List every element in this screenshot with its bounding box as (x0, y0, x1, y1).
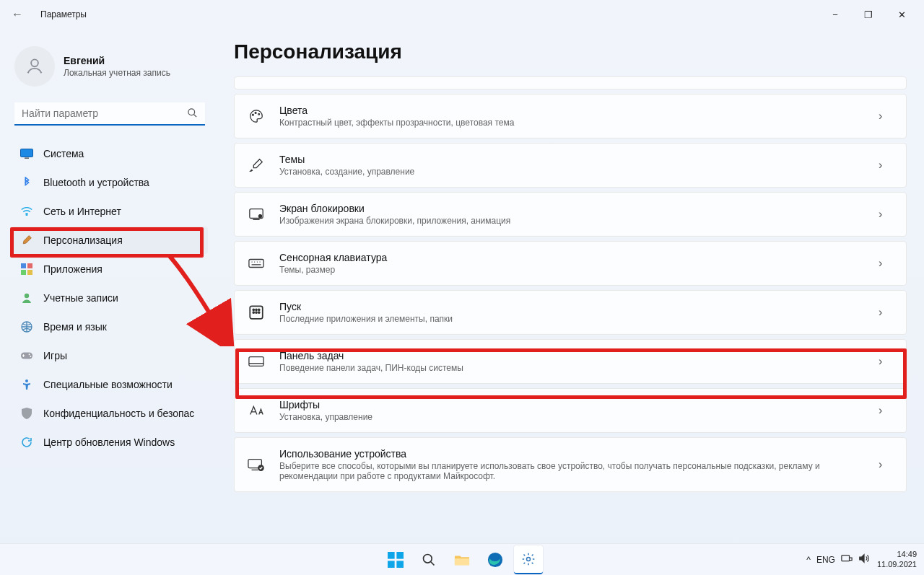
card-start[interactable]: ПускПоследние приложения и элементы, пап… (234, 290, 907, 335)
titlebar: ← Параметры − ❐ ✕ (0, 0, 924, 29)
sidebar-item-label: Сеть и Интернет (43, 206, 121, 217)
chevron-right-icon: › (879, 257, 893, 270)
sidebar-item-network[interactable]: Сеть и Интернет (12, 198, 208, 225)
sidebar-item-privacy[interactable]: Конфиденциальность и безопас (12, 400, 208, 427)
sidebar: Евгений Локальная учетная запись Система… (0, 29, 217, 575)
taskbar-search-button[interactable] (414, 545, 443, 574)
main-content: Персонализация ЦветаКонтрастный цвет, эф… (217, 29, 924, 575)
svg-rect-3 (25, 158, 29, 159)
svg-rect-33 (396, 552, 404, 559)
tray-language[interactable]: ENG (816, 555, 835, 565)
sidebar-item-personalization[interactable]: Персонализация (12, 227, 208, 254)
card-lockscreen[interactable]: Экран блокировкиИзображения экрана блоки… (234, 192, 907, 237)
svg-rect-35 (396, 561, 404, 568)
card-title: Панель задач (279, 350, 864, 361)
minimize-button[interactable]: − (819, 0, 852, 29)
svg-rect-7 (21, 270, 26, 275)
card-sub: Установка, управление (279, 412, 864, 422)
sidebar-item-label: Учетные записи (43, 292, 118, 304)
card-colors[interactable]: ЦветаКонтрастный цвет, эффекты прозрачно… (234, 94, 907, 139)
wifi-icon (20, 205, 33, 218)
sidebar-item-time-language[interactable]: Время и язык (12, 313, 208, 341)
svg-rect-29 (249, 357, 263, 366)
card-title: Цвета (279, 105, 864, 116)
svg-point-1 (188, 109, 195, 115)
bluetooth-icon (20, 176, 33, 189)
svg-point-14 (25, 379, 28, 382)
sidebar-item-apps[interactable]: Приложения (12, 255, 208, 283)
svg-point-13 (30, 356, 31, 357)
start-menu-button[interactable] (381, 545, 410, 574)
palette-icon (248, 107, 265, 125)
svg-point-25 (258, 309, 260, 310)
maximize-button[interactable]: ❐ (852, 0, 885, 29)
user-sub: Локальная учетная запись (64, 68, 170, 78)
sidebar-item-label: Центр обновления Windows (43, 436, 175, 448)
shield-icon (20, 407, 33, 420)
taskbar-settings-button[interactable] (514, 545, 543, 574)
sidebar-item-gaming[interactable]: Игры (12, 342, 208, 369)
search-input[interactable] (14, 102, 205, 126)
start-icon (248, 304, 265, 321)
system-tray: ^ ENG 14:49 11.09.2021 (806, 550, 917, 570)
user-profile[interactable]: Евгений Локальная учетная запись (14, 46, 208, 87)
tray-network-icon[interactable] (841, 553, 853, 566)
tray-volume-icon[interactable] (858, 553, 870, 566)
card-fonts[interactable]: ШрифтыУстановка, управление › (234, 388, 907, 433)
brush-icon (248, 157, 265, 174)
taskbar-explorer-button[interactable] (448, 545, 476, 574)
card-device-usage[interactable]: Использование устройстваВыберите все спо… (234, 437, 907, 492)
svg-rect-8 (27, 270, 32, 275)
sidebar-item-update[interactable]: Центр обновления Windows (12, 429, 208, 456)
card-sub: Контрастный цвет, эффекты прозрачности, … (279, 118, 864, 128)
person-icon (20, 291, 33, 304)
taskbar-edge-button[interactable] (481, 545, 510, 574)
sidebar-item-bluetooth[interactable]: Bluetooth и устройства (12, 169, 208, 196)
svg-point-36 (424, 554, 432, 563)
close-button[interactable]: ✕ (885, 0, 918, 29)
svg-point-9 (25, 294, 29, 298)
settings-card-list: ЦветаКонтрастный цвет, эффекты прозрачно… (234, 76, 907, 492)
taskbar: ^ ENG 14:49 11.09.2021 (0, 543, 924, 575)
card-themes[interactable]: ТемыУстановка, создание, управление › (234, 143, 907, 188)
lockscreen-icon (248, 206, 265, 223)
card-sub: Поведение панели задач, ПИН-коды системы (279, 363, 864, 373)
svg-rect-40 (842, 556, 850, 561)
window-title: Параметры (40, 9, 87, 19)
card-title: Экран блокировки (279, 203, 864, 214)
svg-rect-37 (455, 558, 469, 565)
chevron-right-icon: › (879, 159, 893, 172)
card-sub: Выберите все способы, которыми вы планир… (279, 461, 864, 481)
svg-point-4 (26, 214, 27, 216)
sidebar-item-label: Время и язык (43, 321, 107, 333)
sidebar-item-label: Специальные возможности (43, 379, 173, 390)
globe-clock-icon (20, 320, 33, 333)
back-icon[interactable]: ← (12, 8, 26, 21)
keyboard-icon (248, 255, 265, 272)
svg-rect-21 (249, 260, 263, 268)
sidebar-item-label: Приложения (43, 263, 103, 275)
tray-clock[interactable]: 14:49 11.09.2021 (877, 550, 917, 570)
avatar (14, 46, 55, 87)
svg-point-16 (255, 113, 256, 114)
card-sub: Изображения экрана блокировки, приложени… (279, 216, 864, 226)
svg-point-28 (258, 312, 260, 313)
sidebar-item-accessibility[interactable]: Специальные возможности (12, 371, 208, 398)
device-check-icon (248, 456, 265, 473)
chevron-right-icon: › (879, 458, 893, 471)
card-taskbar[interactable]: Панель задачПоведение панели задач, ПИН-… (234, 339, 907, 384)
card-peek[interactable] (234, 76, 907, 89)
sidebar-item-accounts[interactable]: Учетные записи (12, 284, 208, 312)
update-icon (20, 436, 33, 449)
tray-chevron-icon[interactable]: ^ (806, 555, 811, 565)
svg-point-26 (253, 312, 254, 313)
card-title: Пуск (279, 301, 864, 312)
svg-point-15 (253, 114, 254, 115)
chevron-right-icon: › (879, 404, 893, 417)
search-field[interactable] (14, 102, 205, 126)
sidebar-item-label: Игры (43, 350, 67, 361)
card-touch-keyboard[interactable]: Сенсорная клавиатураТемы, размер › (234, 241, 907, 286)
sidebar-item-system[interactable]: Система (12, 140, 208, 167)
svg-rect-5 (21, 263, 26, 268)
svg-rect-34 (388, 561, 395, 568)
